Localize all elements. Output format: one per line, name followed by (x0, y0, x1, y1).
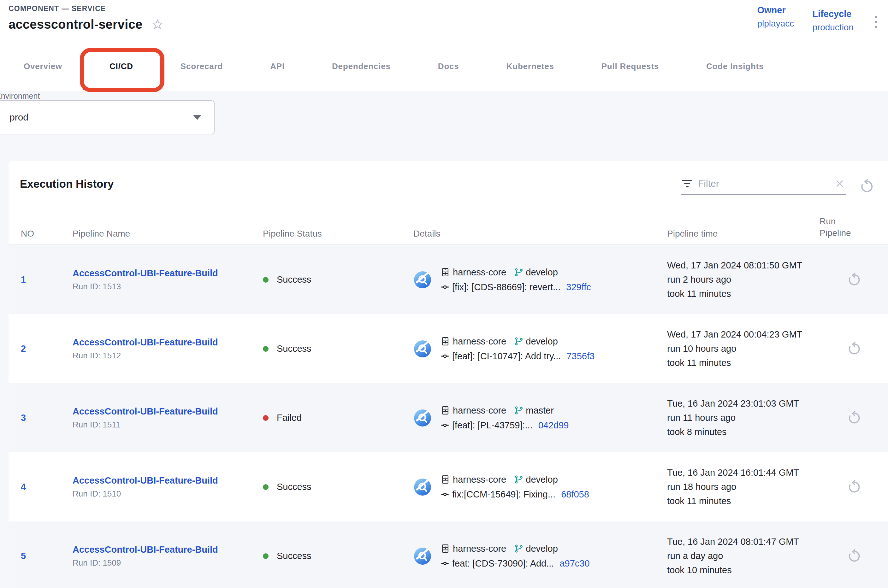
git-commit-icon (440, 352, 449, 360)
entity-header: COMPONENT — SERVICE accesscontrol-servic… (0, 0, 888, 41)
more-options-kebab-icon[interactable] (872, 14, 880, 30)
run-id: Run ID: 1513 (72, 282, 252, 291)
execution-ci-icon (413, 478, 432, 496)
git-commit-icon (440, 421, 449, 430)
tab-api[interactable]: API (270, 41, 285, 91)
status-dot (263, 415, 269, 421)
owner-link[interactable]: plplayacc (757, 19, 794, 29)
git-branch-icon (514, 475, 523, 484)
commit-sha-link[interactable]: 68f058 (561, 489, 589, 500)
lifecycle-link[interactable]: production (812, 22, 853, 33)
tab-docs[interactable]: Docs (438, 41, 459, 91)
run-id: Run ID: 1512 (72, 351, 252, 360)
lifecycle-label: Lifecycle (812, 9, 853, 19)
row-number: 1 (9, 274, 63, 285)
column-header-pipeline-status: Pipeline Status (252, 229, 399, 239)
branch-name: develop (526, 543, 558, 554)
repo-icon (440, 544, 450, 553)
run-pipeline-icon[interactable] (847, 411, 861, 425)
chevron-down-icon (193, 115, 201, 120)
execution-ci-icon (413, 409, 432, 427)
commit-message: [fix]: [CDS-88669]: revert... (452, 282, 560, 292)
column-header-run-pipeline: Run Pipeline (819, 216, 867, 239)
git-branch-icon (514, 544, 523, 553)
column-header-pipeline-time: Pipeline time (660, 229, 819, 239)
clear-filter-icon[interactable] (835, 179, 844, 188)
status-text: Success (277, 344, 311, 354)
environment-label: Environment (0, 92, 40, 100)
run-id: Run ID: 1509 (72, 558, 252, 568)
tab-cicd[interactable]: CI/CD (110, 41, 133, 91)
branch-name: master (526, 405, 554, 416)
pipeline-time: Wed, 17 Jan 2024 08:01:50 GMT run 2 hour… (660, 260, 819, 300)
commit-sha-link[interactable]: 329ffc (566, 282, 591, 292)
table-header-row: NO Pipeline Name Pipeline Status Details… (9, 196, 888, 245)
status-text: Failed (277, 412, 302, 423)
commit-message: [feat]: [PL-43759]:... (452, 420, 533, 430)
favorite-star-icon[interactable] (151, 18, 164, 31)
repo-name: harness-core (453, 336, 506, 346)
tab-code-insights[interactable]: Code Insights (706, 41, 764, 91)
pipeline-name-link[interactable]: AccessControl-UBI-Feature-Build (72, 337, 252, 348)
status-text: Success (277, 482, 311, 492)
pipeline-name-link[interactable]: AccessControl-UBI-Feature-Build (72, 406, 252, 417)
lifecycle-meta: Lifecycle production (812, 9, 853, 33)
pipeline-time: Tue, 16 Jan 2024 16:01:44 GMT run 18 hou… (660, 467, 819, 507)
pipeline-name-link[interactable]: AccessControl-UBI-Feature-Build (72, 268, 252, 279)
run-pipeline-icon[interactable] (847, 549, 861, 563)
execution-ci-icon (413, 547, 432, 565)
entity-tabbar: Overview CI/CD Scorecard API Dependencie… (0, 41, 888, 91)
tab-overview[interactable]: Overview (24, 41, 62, 91)
filter-input[interactable] (698, 178, 829, 189)
repo-icon (440, 267, 450, 277)
run-pipeline-icon[interactable] (847, 342, 861, 356)
environment-selected-value: prod (9, 112, 193, 123)
git-commit-icon (440, 490, 449, 499)
table-row: 1 AccessControl-UBI-Feature-Build Run ID… (9, 245, 888, 314)
row-number: 3 (9, 412, 63, 423)
owner-label: Owner (757, 5, 794, 15)
tab-dependencies[interactable]: Dependencies (332, 41, 391, 91)
branch-name: develop (526, 474, 558, 485)
environment-section: Environment prod (0, 91, 888, 161)
commit-sha-link[interactable]: 7356f3 (566, 351, 595, 362)
commit-message: fix:[CCM-15649]: Fixing... (452, 489, 555, 500)
column-header-pipeline-name: Pipeline Name (63, 229, 252, 239)
environment-select[interactable]: prod (0, 100, 215, 134)
repo-name: harness-core (453, 405, 506, 416)
column-header-details: Details (399, 229, 660, 239)
repo-icon (440, 337, 450, 346)
repo-icon (440, 475, 450, 484)
refresh-icon[interactable] (859, 179, 874, 194)
pipeline-name-link[interactable]: AccessControl-UBI-Feature-Build (72, 544, 252, 555)
tab-kubernetes[interactable]: Kubernetes (506, 41, 554, 91)
git-commit-icon (440, 283, 449, 291)
tab-pull-requests[interactable]: Pull Requests (601, 41, 659, 91)
column-header-no: NO (9, 229, 63, 239)
repo-name: harness-core (453, 267, 506, 278)
pipeline-time: Tue, 16 Jan 2024 23:01:03 GMT run 11 hou… (660, 398, 819, 438)
status-dot (263, 346, 269, 352)
commit-sha-link[interactable]: 042d99 (538, 420, 569, 430)
owner-meta: Owner plplayacc (757, 5, 794, 29)
tab-scorecard[interactable]: Scorecard (180, 41, 223, 91)
run-id: Run ID: 1510 (72, 489, 252, 499)
run-pipeline-icon[interactable] (847, 273, 861, 287)
execution-history-card: Execution History NO Pipeline Name Pipel… (9, 161, 888, 588)
commit-message: feat: [CDS-73090]: Add... (452, 558, 554, 569)
git-branch-icon (514, 406, 523, 415)
git-branch-icon (514, 337, 523, 346)
commit-sha-link[interactable]: a97c30 (559, 558, 589, 569)
pipeline-name-link[interactable]: AccessControl-UBI-Feature-Build (72, 476, 252, 486)
filter-box (681, 178, 846, 195)
repo-name: harness-core (453, 474, 506, 485)
filter-icon (682, 180, 692, 188)
git-commit-icon (440, 559, 449, 568)
pipeline-time: Wed, 17 Jan 2024 00:04:23 GMT run 10 hou… (660, 329, 819, 369)
execution-history-title: Execution History (20, 178, 114, 190)
entity-title-block: COMPONENT — SERVICE accesscontrol-servic… (9, 0, 164, 32)
status-text: Success (277, 274, 311, 285)
run-pipeline-icon[interactable] (847, 480, 861, 494)
row-number: 4 (9, 482, 63, 492)
run-id: Run ID: 1511 (72, 420, 252, 430)
